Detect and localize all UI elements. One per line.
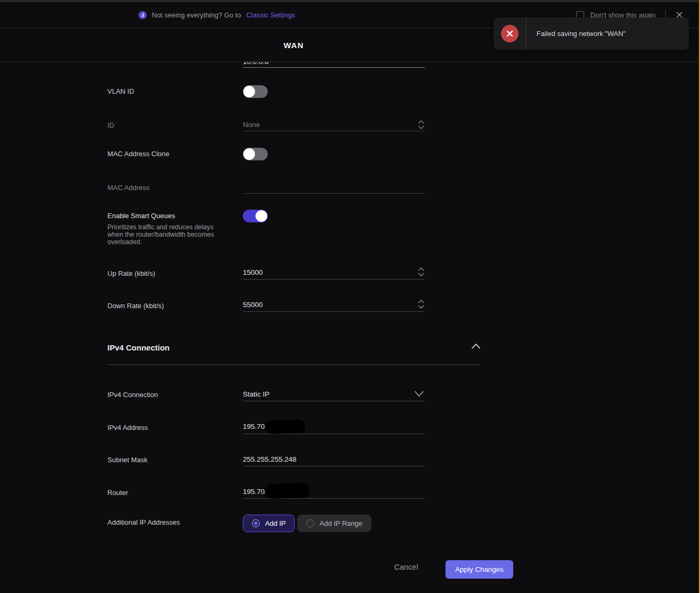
- toast-message: Failed saving network "WAN": [526, 30, 625, 38]
- wan-settings-screen: i Not seeing everything? Go to Classic S…: [0, 0, 700, 593]
- toggle-knob: [243, 86, 255, 97]
- error-icon: [501, 25, 519, 42]
- vlan-id-label: VLAN ID: [107, 87, 134, 95]
- chevron-up-icon[interactable]: [471, 344, 480, 349]
- radio-selected-icon: [252, 519, 260, 527]
- field-underline: [243, 401, 425, 401]
- add-ip-range-button[interactable]: Add IP Range: [297, 515, 371, 532]
- redaction-blob: [265, 419, 305, 434]
- section-divider: [107, 364, 480, 365]
- id-stepper[interactable]: [417, 120, 425, 129]
- field-underline: [243, 466, 425, 466]
- notification-text: Not seeing everything? Go to: [152, 11, 241, 19]
- router-label: Router: [107, 489, 128, 497]
- field-underline: [243, 193, 425, 194]
- up-rate-stepper[interactable]: [417, 267, 425, 276]
- subnet-mask-input[interactable]: [243, 455, 402, 463]
- add-ip-range-label: Add IP Range: [320, 519, 362, 527]
- apply-changes-button[interactable]: Apply Changes: [446, 560, 513, 579]
- classic-settings-link[interactable]: Classic Settings: [246, 11, 295, 19]
- ipv4-connection-select[interactable]: Static IP: [243, 390, 402, 398]
- field-underline: [243, 131, 425, 131]
- down-rate-label: Down Rate (kbit/s): [107, 302, 164, 310]
- up-rate-input[interactable]: [243, 268, 402, 276]
- toggle-knob: [243, 148, 255, 160]
- id-input[interactable]: [243, 121, 402, 129]
- id-label: ID: [107, 121, 114, 129]
- toast-icon-zone: [494, 17, 526, 50]
- mac-clone-toggle[interactable]: [243, 148, 268, 160]
- down-rate-input[interactable]: [243, 301, 402, 309]
- cancel-button[interactable]: Cancel: [394, 563, 418, 571]
- mac-clone-label: MAC Address Clone: [107, 150, 169, 158]
- field-underline: [243, 279, 425, 280]
- wan-form: VLAN ID ID MAC Address Clone MAC Address…: [0, 0, 700, 593]
- window-top-strip: [0, 0, 700, 2]
- mac-address-label: MAC Address: [107, 184, 149, 192]
- vlan-id-toggle[interactable]: [243, 85, 268, 98]
- toggle-knob: [256, 210, 267, 222]
- chevron-down-icon[interactable]: [414, 391, 424, 397]
- smart-queues-description: Prioritizes traffic and reduces delays w…: [107, 223, 230, 246]
- ipv4-address-label: IPv4 Address: [107, 424, 148, 432]
- down-rate-stepper[interactable]: [417, 300, 425, 309]
- up-rate-label: Up Rate (kbit/s): [107, 269, 155, 277]
- radio-unselected-icon: [306, 519, 314, 527]
- error-toast[interactable]: Failed saving network "WAN": [494, 17, 689, 50]
- smart-queues-label: Enable Smart Queues: [107, 212, 175, 220]
- mac-address-input[interactable]: [243, 183, 402, 191]
- smart-queues-toggle[interactable]: [243, 210, 268, 222]
- add-ip-button[interactable]: Add IP: [243, 515, 295, 532]
- ipv4-section-title: IPv4 Connection: [107, 343, 170, 352]
- info-icon: i: [139, 11, 147, 19]
- additional-ips-label: Additional IP Addresses: [107, 518, 180, 526]
- redaction-blob: [265, 483, 310, 499]
- notification-message-group: i Not seeing everything? Go to Classic S…: [139, 2, 295, 28]
- add-ip-label: Add IP: [265, 519, 286, 527]
- field-underline: [243, 311, 425, 312]
- field-underline: [243, 67, 425, 68]
- ipv4-connection-label: IPv4 Connection: [107, 391, 158, 399]
- subnet-mask-label: Subnet Mask: [107, 456, 148, 464]
